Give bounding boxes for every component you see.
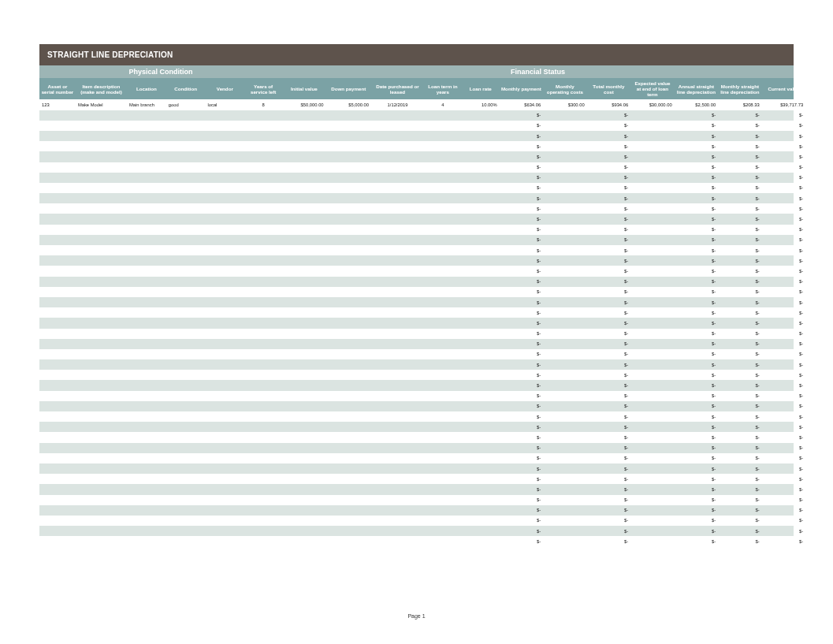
table-cell: $- <box>718 467 762 471</box>
table-cell: $- <box>675 477 719 482</box>
table-cell: $- <box>500 393 544 398</box>
table-cell: $- <box>675 144 719 149</box>
table-cell: $- <box>762 165 806 169</box>
header-current-value: Current value <box>762 78 806 99</box>
table-cell: $208.33 <box>718 102 762 107</box>
table-cell: $- <box>500 352 544 356</box>
table-cell: $- <box>587 311 631 315</box>
header-monthly-operating: Monthly operating costs <box>543 78 587 99</box>
table-cell: $- <box>718 207 762 211</box>
table-cell: $- <box>675 518 719 523</box>
table-cell: $- <box>762 341 806 346</box>
table-cell: $- <box>500 279 544 284</box>
table-row: $-$-$-$-$- <box>39 526 794 536</box>
table-cell: $- <box>675 196 719 201</box>
table-cell: $- <box>718 456 762 460</box>
table-cell: $- <box>718 352 762 356</box>
table-cell: $- <box>587 373 631 378</box>
table-cell: $- <box>500 404 544 408</box>
table-cell: $- <box>718 217 762 221</box>
header-condition: Condition <box>166 78 206 99</box>
table-cell: $- <box>675 425 719 430</box>
table-cell: $- <box>587 518 631 523</box>
table-cell: $- <box>762 196 806 201</box>
table-cell: $- <box>500 217 544 221</box>
table-cell: $- <box>718 196 762 201</box>
table-cell: Make Model <box>76 102 127 107</box>
table-row: $-$-$-$-$- <box>39 203 794 214</box>
table-cell: $- <box>500 321 544 326</box>
table-cell: $- <box>762 134 806 139</box>
table-row: $-$-$-$-$- <box>39 339 794 349</box>
table-cell: $- <box>762 227 806 232</box>
table-cell: $- <box>587 508 631 512</box>
table-cell: $- <box>762 529 806 534</box>
table-cell: $- <box>718 518 762 523</box>
table-cell: $- <box>587 529 631 534</box>
table-cell: $- <box>587 352 631 356</box>
table-cell: $- <box>762 207 806 211</box>
table-cell: $- <box>500 248 544 253</box>
table-cell: $- <box>500 311 544 315</box>
table-cell: $- <box>718 415 762 419</box>
table-cell: $- <box>587 467 631 471</box>
table-cell: $- <box>587 237 631 242</box>
table-cell: $- <box>718 113 762 117</box>
table-cell: $- <box>500 300 544 305</box>
header-loan-term: Loan term in years <box>424 78 462 99</box>
table-cell: $- <box>718 539 762 544</box>
table-cell: $- <box>587 227 631 232</box>
table-cell: $- <box>675 539 719 544</box>
table-row: $-$-$-$-$- <box>39 287 794 297</box>
table-row: $-$-$-$-$- <box>39 307 794 318</box>
table-cell: $- <box>718 321 762 326</box>
table-cell: $- <box>675 383 719 388</box>
table-row: $-$-$-$-$- <box>39 432 794 442</box>
table-cell: $- <box>500 487 544 492</box>
table-cell: $- <box>500 425 544 430</box>
table-cell: $- <box>762 331 806 336</box>
table-cell: $- <box>500 435 544 440</box>
table-cell: $- <box>675 217 719 221</box>
table-cell: $- <box>718 487 762 492</box>
table-row: $-$-$-$-$- <box>39 505 794 516</box>
table-cell: $- <box>500 289 544 294</box>
table-cell: $- <box>675 393 719 398</box>
table-cell: $- <box>587 289 631 294</box>
table-row: $-$-$-$-$- <box>39 277 794 287</box>
table-cell: $- <box>675 363 719 367</box>
table-cell: $- <box>718 237 762 242</box>
table-cell: $- <box>718 311 762 315</box>
table-cell: $- <box>762 393 806 398</box>
table-cell: $- <box>675 248 719 253</box>
table-cell: $- <box>500 269 544 274</box>
table-row: $-$-$-$-$- <box>39 110 794 121</box>
table-cell: 10.00% <box>462 102 500 107</box>
table-cell: $- <box>762 415 806 419</box>
table-cell: $- <box>587 445 631 450</box>
table-cell: $- <box>762 175 806 180</box>
table-cell: $- <box>675 445 719 450</box>
table-cell: $- <box>675 289 719 294</box>
table-cell: $- <box>500 331 544 336</box>
table-row: $-$-$-$-$- <box>39 329 794 339</box>
table-cell: $- <box>587 331 631 336</box>
table-cell: $- <box>675 352 719 356</box>
table-cell: $- <box>675 373 719 378</box>
table-cell: $634.06 <box>500 102 544 107</box>
table-cell: $- <box>587 196 631 201</box>
table-cell: $- <box>718 404 762 408</box>
table-cell: $- <box>675 259 719 263</box>
table-cell: Main branch <box>127 102 166 107</box>
table-cell: $- <box>718 497 762 502</box>
table-cell: good <box>166 102 206 107</box>
table-cell: $- <box>675 185 719 190</box>
header-location: Location <box>127 78 166 99</box>
header-expected-value-end: Expected value at end of loan term <box>630 78 675 99</box>
table-row: $-$-$-$-$- <box>39 401 794 411</box>
table-cell: 4 <box>424 102 462 107</box>
header-vendor: Vendor <box>205 78 244 99</box>
table-cell: 1/12/2019 <box>371 102 424 107</box>
table-cell: $- <box>718 508 762 512</box>
table-cell: $- <box>500 196 544 201</box>
